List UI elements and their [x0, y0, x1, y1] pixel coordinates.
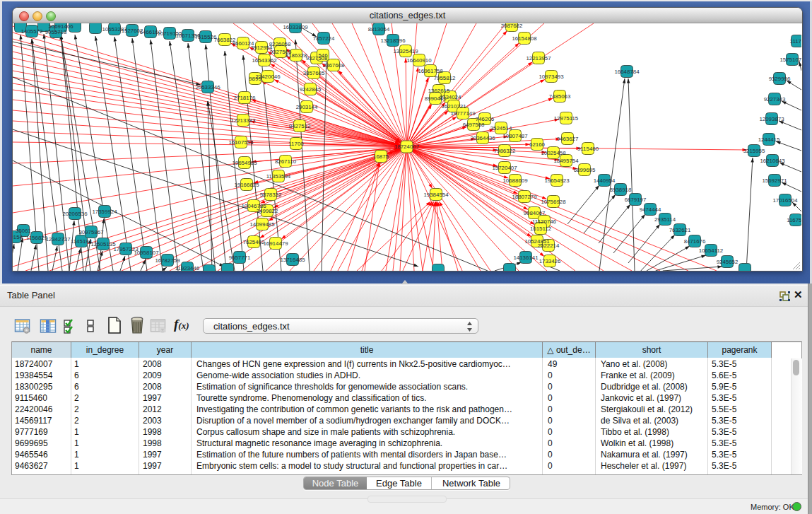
svg-text:35061: 35061: [16, 228, 31, 234]
svg-text:19384554: 19384554: [423, 192, 449, 198]
svg-text:8813054: 8813054: [368, 26, 390, 33]
svg-text:20364436: 20364436: [470, 135, 495, 141]
svg-text:19777149: 19777149: [450, 110, 476, 117]
svg-text:9115460: 9115460: [577, 146, 599, 152]
svg-text:9227343: 9227343: [764, 96, 786, 103]
svg-text:3524514: 3524514: [490, 125, 512, 132]
svg-text:7857224: 7857224: [313, 35, 335, 42]
svg-text:10688609: 10688609: [502, 177, 528, 184]
svg-text:3499822: 3499822: [257, 208, 278, 214]
svg-text:16640910: 16640910: [406, 57, 432, 64]
svg-text:16107554: 16107554: [228, 139, 254, 146]
svg-text:20533346: 20533346: [195, 84, 220, 90]
svg-text:18724007: 18724007: [394, 144, 419, 150]
svg-text:12093873: 12093873: [759, 116, 784, 122]
svg-text:19654923: 19654923: [544, 177, 570, 184]
svg-text:3857685: 3857685: [303, 70, 325, 76]
svg-text:16961758: 16961758: [418, 68, 443, 74]
svg-text:7986322: 7986322: [494, 148, 516, 154]
svg-text:3215955: 3215955: [743, 148, 765, 154]
svg-text:17359924: 17359924: [92, 209, 117, 215]
svg-text:746206: 746206: [476, 116, 495, 122]
svg-text:16648784: 16648784: [614, 69, 640, 75]
svg-text:9474444: 9474444: [640, 206, 661, 213]
svg-text:12213383: 12213383: [230, 117, 256, 124]
svg-text:9245652: 9245652: [717, 259, 739, 265]
svg-text:18807279: 18807279: [512, 194, 537, 200]
svg-text:9055713: 9055713: [45, 29, 67, 35]
svg-text:18495754: 18495754: [553, 158, 579, 164]
svg-text:8186328: 8186328: [286, 52, 307, 59]
svg-text:2367608: 2367608: [323, 62, 345, 69]
svg-text:17016504: 17016504: [772, 197, 798, 204]
svg-text:2087682: 2087682: [501, 23, 523, 29]
svg-text:16875: 16875: [373, 153, 389, 160]
svg-text:1362615: 1362615: [428, 88, 450, 94]
svg-text:9084067: 9084067: [524, 210, 546, 216]
svg-text:7955812: 7955812: [434, 75, 456, 81]
svg-text:116753: 116753: [787, 217, 801, 223]
svg-text:11120746: 11120746: [532, 218, 557, 225]
svg-text:8938918: 8938918: [610, 187, 632, 193]
svg-text:1244415: 1244415: [758, 136, 780, 143]
svg-text:12213957: 12213957: [526, 55, 551, 62]
svg-text:16033809: 16033809: [283, 24, 308, 30]
svg-text:7485063: 7485063: [549, 93, 571, 100]
svg-text:13325419: 13325419: [393, 48, 418, 54]
svg-text:11353594: 11353594: [266, 173, 291, 180]
svg-text:12342737: 12342737: [45, 236, 70, 243]
svg-text:9329996: 9329996: [769, 76, 791, 82]
svg-text:10958107: 10958107: [134, 250, 158, 256]
svg-text:16543362: 16543362: [252, 57, 276, 64]
svg-text:1156829: 1156829: [26, 235, 48, 241]
svg-text:15751074: 15751074: [779, 57, 801, 63]
svg-text:39154: 39154: [13, 234, 23, 240]
svg-text:10807487: 10807487: [502, 133, 527, 139]
svg-text:16210721: 16210721: [441, 103, 466, 110]
svg-text:11700: 11700: [288, 141, 304, 147]
svg-text:9242845: 9242845: [300, 86, 322, 93]
svg-text:6497568: 6497568: [463, 122, 485, 128]
svg-text:8226058: 8226058: [269, 41, 291, 47]
svg-text:9463627: 9463627: [557, 136, 579, 142]
svg-text:62160: 62160: [529, 141, 546, 148]
svg-text:8427512: 8427512: [289, 123, 311, 129]
svg-text:546: 546: [318, 52, 328, 59]
svg-text:16154808: 16154808: [512, 35, 537, 42]
svg-text:2522214: 2522214: [538, 243, 560, 249]
svg-text:9657771: 9657771: [229, 255, 251, 261]
svg-text:1405572: 1405572: [21, 28, 43, 35]
svg-text:20691406: 20691406: [48, 23, 73, 30]
svg-text:10756928: 10756928: [541, 199, 566, 205]
svg-text:6879197: 6879197: [625, 197, 647, 203]
svg-text:2903144: 2903144: [296, 104, 318, 110]
svg-text:19166825: 19166825: [234, 182, 259, 188]
svg-text:1733426: 1733426: [539, 258, 561, 264]
svg-text:12975115: 12975115: [554, 115, 579, 122]
svg-text:7632621: 7632621: [669, 227, 691, 233]
svg-text:16782759: 16782759: [155, 257, 180, 264]
svg-text:30975867: 30975867: [78, 229, 103, 235]
svg-text:8471676: 8471676: [684, 238, 706, 245]
svg-text:15720407: 15720407: [492, 165, 517, 171]
svg-text:2935114: 2935114: [654, 216, 676, 223]
svg-text:14099485: 14099485: [249, 221, 275, 228]
svg-text:5878332: 5878332: [260, 192, 282, 198]
svg-text:10973493: 10973493: [539, 74, 564, 80]
svg-text:1440954: 1440954: [594, 177, 616, 184]
svg-text:14136141: 14136141: [513, 255, 538, 261]
svg-text:7625402: 7625402: [243, 239, 265, 245]
svg-text:6734024: 6734024: [440, 94, 461, 100]
svg-text:11173: 11173: [790, 38, 801, 45]
svg-text:10025458: 10025458: [541, 150, 566, 156]
svg-text:10654112: 10654112: [699, 247, 724, 254]
svg-text:1615112: 1615112: [530, 226, 551, 232]
svg-text:19654985: 19654985: [232, 160, 257, 166]
svg-text:11923446: 11923446: [175, 265, 200, 271]
svg-text:13218596: 13218596: [380, 37, 406, 44]
svg-text:16914479: 16914479: [263, 240, 288, 247]
svg-text:13716485: 13716485: [280, 257, 305, 263]
svg-text:12505135: 12505135: [90, 241, 116, 247]
svg-text:15692971: 15692971: [762, 177, 787, 184]
svg-text:6899695: 6899695: [574, 167, 596, 173]
